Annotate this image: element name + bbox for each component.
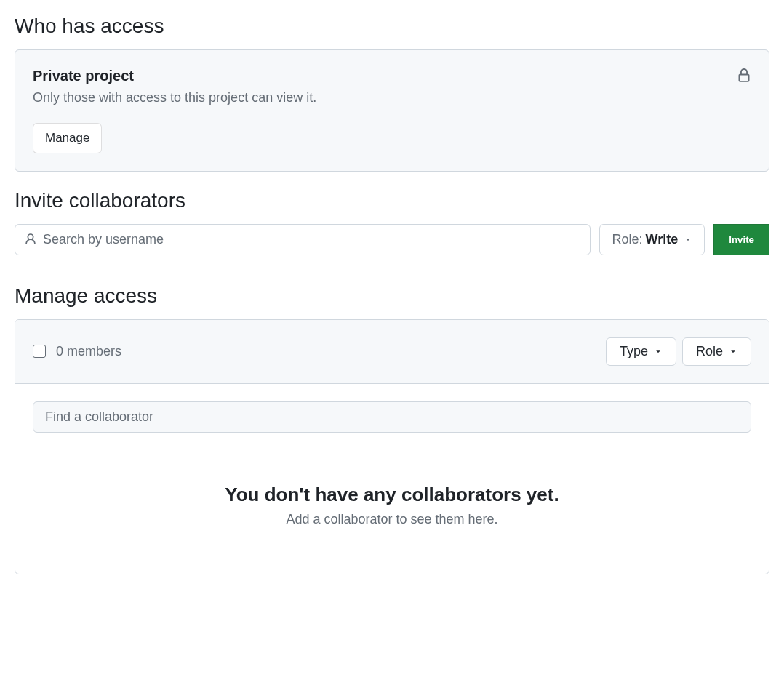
- person-icon: [24, 233, 37, 246]
- empty-state-title: You don't have any collaborators yet.: [47, 484, 737, 506]
- invite-row: Role: Write Invite: [15, 224, 769, 255]
- access-card-description: Only those with access to this project c…: [33, 90, 751, 105]
- invite-button[interactable]: Invite: [713, 224, 769, 255]
- type-filter-button[interactable]: Type: [606, 337, 676, 366]
- role-value: Write: [646, 232, 679, 247]
- role-label: Role:: [612, 232, 642, 247]
- lock-icon: [737, 68, 751, 84]
- invite-collaborators-heading: Invite collaborators: [15, 189, 769, 212]
- manage-header-right: Type Role: [606, 337, 751, 366]
- manage-access-body: You don't have any collaborators yet. Ad…: [15, 384, 769, 574]
- manage-access-panel: 0 members Type Role You don't have any c…: [15, 319, 769, 574]
- caret-down-icon: [729, 347, 737, 356]
- access-card-title: Private project: [33, 68, 751, 84]
- access-card: Private project Only those with access t…: [15, 49, 769, 172]
- manage-visibility-button[interactable]: Manage: [33, 123, 102, 153]
- manage-access-heading: Manage access: [15, 284, 769, 308]
- manage-access-header: 0 members Type Role: [15, 320, 769, 384]
- empty-state-description: Add a collaborator to see them here.: [47, 512, 737, 527]
- empty-state: You don't have any collaborators yet. Ad…: [33, 433, 751, 556]
- search-username-input[interactable]: [37, 225, 581, 255]
- manage-header-left: 0 members: [33, 344, 121, 359]
- caret-down-icon: [654, 347, 663, 356]
- caret-down-icon: [684, 235, 692, 244]
- find-collaborator-input[interactable]: [33, 401, 751, 433]
- select-all-checkbox[interactable]: [33, 345, 46, 358]
- who-has-access-heading: Who has access: [15, 15, 769, 38]
- role-filter-label: Role: [696, 344, 723, 359]
- type-filter-label: Type: [620, 344, 648, 359]
- member-count: 0 members: [56, 344, 121, 359]
- role-select-button[interactable]: Role: Write: [599, 224, 705, 255]
- role-filter-button[interactable]: Role: [682, 337, 751, 366]
- search-input-wrap: [15, 224, 591, 255]
